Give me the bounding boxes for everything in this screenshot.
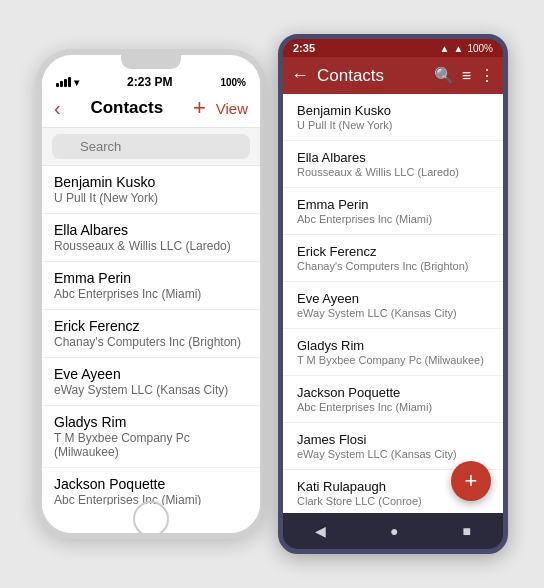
list-item[interactable]: Gladys RimT M Byxbee Company Pc (Milwauk…	[42, 406, 260, 468]
ios-search-wrapper: ⌕	[52, 134, 250, 159]
ios-search-bar: ⌕	[42, 128, 260, 166]
signal-bar-4	[68, 77, 71, 87]
contact-name: Erick Ferencz	[297, 244, 489, 259]
android-contacts-title: Contacts	[317, 66, 426, 86]
android-status-icons: ▲ ▲ 100%	[440, 43, 493, 54]
list-item[interactable]: Jackson PoquetteAbc Enterprises Inc (Mia…	[42, 468, 260, 505]
contact-name: Ella Albares	[54, 222, 248, 238]
list-item[interactable]: Erick FerenczChanay's Computers Inc (Bri…	[283, 235, 503, 282]
ios-status-bar: ▾ 2:23 PM 100%	[42, 69, 260, 91]
list-item[interactable]: Gladys RimT M Byxbee Company Pc (Milwauk…	[283, 329, 503, 376]
ios-phone: ▾ 2:23 PM 100% ‹ Contacts + View ⌕ Benja…	[36, 49, 266, 539]
android-nav-back[interactable]: ◀	[315, 523, 326, 539]
android-back-button[interactable]: ←	[291, 65, 309, 86]
contact-company: eWay System LLC (Kansas City)	[297, 448, 489, 460]
ios-signal-area: ▾	[56, 77, 79, 88]
android-status-bar: 2:35 ▲ ▲ 100%	[283, 39, 503, 57]
ios-search-input[interactable]	[52, 134, 250, 159]
list-item[interactable]: Benjamin KuskoU Pull It (New York)	[42, 166, 260, 214]
list-item[interactable]: Erick FerenczChanay's Computers Inc (Bri…	[42, 310, 260, 358]
contact-name: James Flosi	[297, 432, 489, 447]
ios-back-button[interactable]: ‹	[54, 97, 61, 120]
android-filter-icon[interactable]: ≡	[462, 67, 471, 85]
contact-company: Chanay's Computers Inc (Brighton)	[297, 260, 489, 272]
contact-name: Emma Perin	[54, 270, 248, 286]
list-item[interactable]: Emma PerinAbc Enterprises Inc (Miami)	[42, 262, 260, 310]
android-search-icon[interactable]: 🔍	[434, 66, 454, 85]
phones-container: ▾ 2:23 PM 100% ‹ Contacts + View ⌕ Benja…	[26, 24, 518, 564]
contact-company: U Pull It (New York)	[297, 119, 489, 131]
android-header-icons: 🔍 ≡ ⋮	[434, 66, 495, 85]
android-nav-recent[interactable]: ■	[463, 523, 471, 539]
ios-header-actions: + View	[193, 95, 248, 121]
android-time: 2:35	[293, 42, 315, 54]
ios-home-bar	[42, 505, 260, 533]
contact-name: Gladys Rim	[54, 414, 248, 430]
contact-name: Jackson Poquette	[297, 385, 489, 400]
list-item[interactable]: Jackson PoquetteAbc Enterprises Inc (Mia…	[283, 376, 503, 423]
signal-bar-2	[60, 81, 63, 87]
contact-name: Emma Perin	[297, 197, 489, 212]
android-nav-home[interactable]: ●	[390, 523, 398, 539]
contact-company: Rousseaux & Willis LLC (Laredo)	[297, 166, 489, 178]
ios-header: ‹ Contacts + View	[42, 91, 260, 128]
android-contacts-list: Benjamin KuskoU Pull It (New York)Ella A…	[283, 94, 503, 513]
contact-company: T M Byxbee Company Pc (Milwaukee)	[297, 354, 489, 366]
ios-contacts-list: Benjamin KuskoU Pull It (New York)Ella A…	[42, 166, 260, 505]
contact-company: Rousseaux & Willis LLC (Laredo)	[54, 239, 248, 253]
ios-time: 2:23 PM	[127, 75, 172, 89]
contact-company: U Pull It (New York)	[54, 191, 248, 205]
ios-home-button[interactable]	[133, 501, 169, 537]
contact-name: Benjamin Kusko	[54, 174, 248, 190]
list-item[interactable]: Benjamin KuskoU Pull It (New York)	[283, 94, 503, 141]
android-phone: 2:35 ▲ ▲ 100% ← Contacts 🔍 ≡ ⋮ Benjamin …	[278, 34, 508, 554]
contact-company: Abc Enterprises Inc (Miami)	[54, 287, 248, 301]
android-signal-icon: ▲	[454, 43, 464, 54]
contact-company: Chanay's Computers Inc (Brighton)	[54, 335, 248, 349]
list-item[interactable]: Eve AyeeneWay System LLC (Kansas City)	[42, 358, 260, 406]
wifi-icon: ▾	[74, 77, 79, 88]
ios-contacts-title: Contacts	[90, 98, 163, 118]
contact-name: Jackson Poquette	[54, 476, 248, 492]
contact-company: Abc Enterprises Inc (Miami)	[297, 401, 489, 413]
contact-name: Benjamin Kusko	[297, 103, 489, 118]
list-item[interactable]: Ella AlbaresRousseaux & Willis LLC (Lare…	[42, 214, 260, 262]
contact-name: Erick Ferencz	[54, 318, 248, 334]
android-more-icon[interactable]: ⋮	[479, 66, 495, 85]
contact-name: Eve Ayeen	[297, 291, 489, 306]
android-fab-button[interactable]: +	[451, 461, 491, 501]
list-item[interactable]: Emma PerinAbc Enterprises Inc (Miami)	[283, 188, 503, 235]
contact-name: Gladys Rim	[297, 338, 489, 353]
contact-name: Eve Ayeen	[54, 366, 248, 382]
ios-battery: 100%	[220, 77, 246, 88]
list-item[interactable]: Eve AyeeneWay System LLC (Kansas City)	[283, 282, 503, 329]
ios-add-button[interactable]: +	[193, 95, 206, 121]
contact-company: eWay System LLC (Kansas City)	[297, 307, 489, 319]
signal-bar-3	[64, 79, 67, 87]
list-item[interactable]: Ella AlbaresRousseaux & Willis LLC (Lare…	[283, 141, 503, 188]
android-wifi-icon: ▲	[440, 43, 450, 54]
android-battery-icon: 100%	[467, 43, 493, 54]
contact-company: Abc Enterprises Inc (Miami)	[297, 213, 489, 225]
contact-company: eWay System LLC (Kansas City)	[54, 383, 248, 397]
ios-view-button[interactable]: View	[216, 100, 248, 117]
android-nav-bar: ◀ ● ■	[283, 513, 503, 549]
contact-company: T M Byxbee Company Pc (Milwaukee)	[54, 431, 248, 459]
android-header: ← Contacts 🔍 ≡ ⋮	[283, 57, 503, 94]
ios-signal-bars	[56, 77, 71, 87]
signal-bar-1	[56, 83, 59, 87]
ios-notch	[121, 55, 181, 69]
contact-name: Ella Albares	[297, 150, 489, 165]
